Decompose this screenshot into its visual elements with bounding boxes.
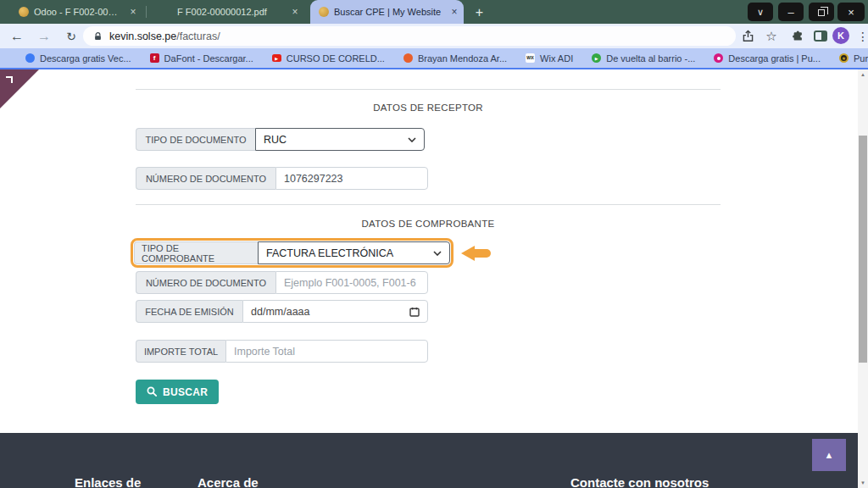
bookmark-label: Descarga gratis | Pu... xyxy=(728,53,821,64)
site-favicon-icon xyxy=(319,7,329,17)
numero-documento-label: NÚMERO DE DOCUMENTO xyxy=(136,271,275,294)
bookmark-descarga-gratis[interactable]: Descarga gratis | Pu... xyxy=(714,53,821,64)
scrollbar-down-arrow[interactable]: ▼ xyxy=(858,478,868,488)
numero-comprobante-input[interactable] xyxy=(284,277,420,289)
tab-close-icon[interactable]: × xyxy=(289,6,301,18)
footer-links-heading: Enlaces de xyxy=(75,475,141,488)
url-text: kevin.solse.pe/facturas/ xyxy=(109,30,220,42)
receptor-heading: DATOS DE RECEPTOR xyxy=(136,103,721,113)
bookmark-star-icon[interactable]: ☆ xyxy=(761,26,782,46)
bookmark-dafont[interactable]: f DaFont - Descargar... xyxy=(150,53,253,64)
tipo-comprobante-select[interactable]: FACTURA ELECTRÓNICA xyxy=(258,241,450,264)
corner-ribbon-button[interactable] xyxy=(0,69,39,108)
numero-documento-comprobante-group: NÚMERO DE DOCUMENTO xyxy=(136,271,428,294)
tab-close-icon[interactable]: × xyxy=(127,6,139,18)
calendar-icon[interactable] xyxy=(409,307,420,317)
scrollbar-thumb[interactable] xyxy=(859,136,867,363)
page-footer: Enlaces de Acerca de Contacte con nosotr… xyxy=(0,433,858,488)
back-button[interactable]: ← xyxy=(7,26,27,46)
tab-pdf[interactable]: F F002-00000012.pdf × xyxy=(150,0,306,24)
numero-documento-input[interactable] xyxy=(284,173,420,185)
new-tab-button[interactable]: + xyxy=(470,3,488,21)
tipo-documento-group: TIPO DE DOCUMENTO RUC xyxy=(136,128,425,151)
side-panel-icon[interactable] xyxy=(810,26,831,46)
tab-title: Buscar CPE | My Website xyxy=(334,7,443,17)
bookmark-label: Descarga gratis Vec... xyxy=(40,53,131,64)
comprobante-heading: DATOS DE COMPROBANTE xyxy=(136,219,721,229)
importe-total-input[interactable] xyxy=(234,346,420,358)
lock-icon[interactable] xyxy=(93,31,103,42)
bookmark-label: Brayan Mendoza Ar... xyxy=(418,53,507,64)
bookmark-label: De vuelta al barrio -... xyxy=(606,53,695,64)
importe-total-field xyxy=(225,340,428,363)
bookmark-brayan-mendoza[interactable]: Brayan Mendoza Ar... xyxy=(403,53,507,64)
numero-documento-receptor-group: NÚMERO DE DOCUMENTO xyxy=(136,167,428,190)
scroll-to-top-button[interactable]: ▲ xyxy=(812,439,846,471)
fecha-emision-group: FECHA DE EMISIÓN dd/mm/aaaa xyxy=(136,300,428,323)
highlight-outline: TIPO DE COMPROBANTE FACTURA ELECTRÓNICA xyxy=(131,238,453,268)
fecha-emision-label: FECHA DE EMISIÓN xyxy=(136,300,242,323)
wix-icon: WIX xyxy=(526,53,535,63)
web-page: DATOS DE RECEPTOR TIPO DE DOCUMENTO RUC … xyxy=(0,69,858,488)
tipo-comprobante-label: TIPO DE COMPROBANTE xyxy=(134,241,258,264)
profile-avatar[interactable]: K xyxy=(832,27,849,44)
importe-total-label: IMPORTE TOTAL xyxy=(136,340,225,363)
tab-separator xyxy=(146,6,147,18)
bookmark-favicon-blue-icon xyxy=(25,53,35,63)
importe-total-group: IMPORTE TOTAL xyxy=(136,340,428,363)
bookmark-wix-adi[interactable]: WIX Wix ADI xyxy=(526,53,573,64)
bookmark-de-vuelta-al-barrio[interactable]: ▶ De vuelta al barrio -... xyxy=(592,53,695,64)
search-form: DATOS DE RECEPTOR TIPO DE DOCUMENTO RUC … xyxy=(136,69,721,434)
bookmark-descarga-vec[interactable]: Descarga gratis Vec... xyxy=(25,53,131,64)
footer-about-heading: Acerca de xyxy=(198,475,259,488)
youtube-icon: ▶ xyxy=(272,54,281,62)
url-path: /facturas/ xyxy=(176,30,220,42)
bookmark-favicon-pink-icon xyxy=(714,53,723,63)
scrollbar-up-arrow[interactable]: ▲ xyxy=(858,69,868,80)
tipo-comprobante-group: TIPO DE COMPROBANTE FACTURA ELECTRÓNICA xyxy=(134,241,450,264)
tipo-documento-select[interactable]: RUC xyxy=(255,128,425,151)
side-panel-glyph xyxy=(814,30,827,42)
window-menu-chevron-button[interactable]: ∨ xyxy=(748,3,773,21)
numero-documento-field xyxy=(275,167,428,190)
bookmark-favicon-orange-icon xyxy=(403,53,413,63)
bookmark-label: DaFont - Descargar... xyxy=(164,53,253,64)
bookmark-label: Punto de venta Ven... xyxy=(854,53,868,64)
tipo-comprobante-row: TIPO DE COMPROBANTE FACTURA ELECTRÓNICA xyxy=(131,238,492,268)
bookmarks-bar: Descarga gratis Vec... f DaFont - Descar… xyxy=(0,48,868,69)
tab-odoo[interactable]: Odoo - F F002-00000012 (Shop/ × xyxy=(12,0,142,24)
restore-icon xyxy=(818,9,825,16)
browser-menu-dots-icon[interactable]: ⋮ xyxy=(853,26,868,46)
numero-documento-field xyxy=(275,271,428,294)
tipo-documento-label: TIPO DE DOCUMENTO xyxy=(136,128,255,151)
chevron-down-icon xyxy=(408,137,416,142)
tab-close-icon[interactable]: × xyxy=(448,6,460,18)
bookmark-label: Wix ADI xyxy=(540,53,573,64)
search-icon xyxy=(147,386,158,397)
bookmark-punto-de-venta[interactable]: ★ Punto de venta Ven... xyxy=(839,53,868,64)
reload-button[interactable]: ↻ xyxy=(61,26,81,46)
corner-ribbon-icon xyxy=(6,76,13,83)
address-bar[interactable]: kevin.solse.pe/facturas/ xyxy=(83,26,736,46)
tab-buscar-cpe-active[interactable]: Buscar CPE | My Website × xyxy=(310,0,464,24)
annotation-arrow-icon xyxy=(461,246,492,261)
fecha-emision-date-input[interactable]: dd/mm/aaaa xyxy=(242,300,428,323)
browser-tab-bar: Odoo - F F002-00000012 (Shop/ × F F002-0… xyxy=(0,0,868,24)
window-restore-button[interactable] xyxy=(809,3,834,21)
buscar-button[interactable]: BUSCAR xyxy=(136,380,219,404)
forward-button[interactable]: → xyxy=(34,26,54,46)
window-minimize-button[interactable]: – xyxy=(778,3,804,21)
page-scrollbar[interactable]: ▲ ▼ xyxy=(858,69,868,488)
tab-title: F F002-00000012.pdf xyxy=(160,7,284,17)
bookmark-favicon-gold-star-icon: ★ xyxy=(839,53,849,63)
odoo-favicon-icon xyxy=(19,7,29,17)
window-close-button[interactable]: × xyxy=(837,3,865,21)
bookmark-curso-corel[interactable]: ▶ CURSO DE CORELD... xyxy=(272,53,385,64)
section-divider xyxy=(136,89,721,90)
section-divider xyxy=(136,204,721,205)
extensions-puzzle-icon[interactable] xyxy=(787,26,807,46)
dafont-icon: f xyxy=(150,53,159,63)
footer-contact-heading: Contacte con nosotros xyxy=(570,475,709,488)
play-circle-icon: ▶ xyxy=(592,53,601,63)
share-icon[interactable] xyxy=(737,26,758,46)
